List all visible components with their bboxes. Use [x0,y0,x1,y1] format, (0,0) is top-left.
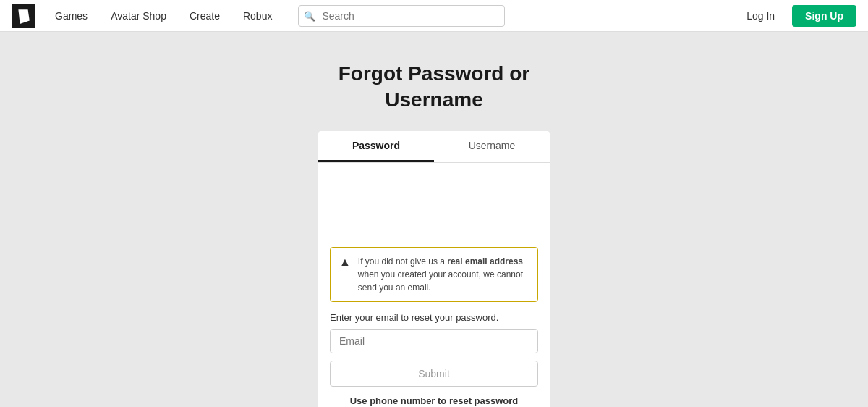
nav-avatar-shop[interactable]: Avatar Shop [102,10,175,22]
phone-reset-link[interactable]: Use phone number to reset password [330,395,538,406]
email-label: Enter your email to reset your password. [330,312,538,323]
submit-button[interactable]: Submit [330,361,538,387]
search-icon: 🔍 [304,10,315,21]
nav-robux[interactable]: Robux [234,10,281,22]
tabs: Password Username [318,131,550,163]
navbar: Games Avatar Shop Create Robux 🔍 Log In … [0,0,868,32]
search-container: 🔍 [298,5,505,27]
warning-text: If you did not give us a real email addr… [358,255,529,294]
page-title: Forgot Password or Username [339,61,529,114]
warning-box: ▲ If you did not give us a real email ad… [330,247,538,302]
card-body: ▲ If you did not give us a real email ad… [318,163,550,407]
email-input[interactable] [330,329,538,353]
tab-password[interactable]: Password [318,131,434,162]
empty-area [330,175,538,247]
login-button[interactable]: Log In [735,10,786,22]
forgot-password-card: Password Username ▲ If you did not give … [318,131,550,407]
search-input[interactable] [298,5,505,27]
tab-username[interactable]: Username [434,131,550,162]
nav-games[interactable]: Games [46,10,96,22]
roblox-logo[interactable] [12,4,35,28]
main-content: Forgot Password or Username Password Use… [0,32,868,407]
signup-button[interactable]: Sign Up [792,5,856,27]
svg-marker-0 [18,9,29,24]
nav-create[interactable]: Create [181,10,229,22]
warning-icon: ▲ [339,256,351,269]
